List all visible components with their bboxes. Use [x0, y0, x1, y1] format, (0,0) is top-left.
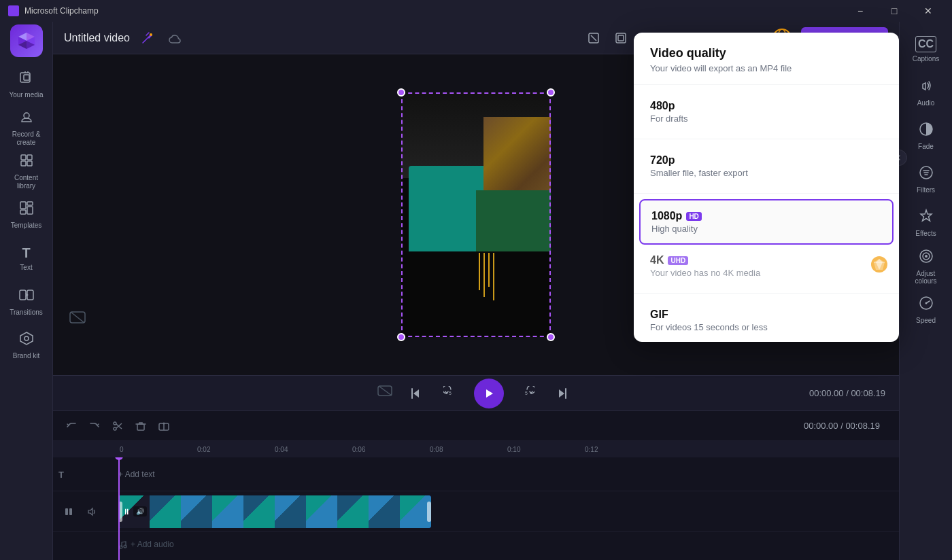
adjust-colours-icon — [919, 249, 934, 267]
audio-note-icon — [118, 540, 128, 549]
rs-item-filters[interactable]: Filters — [902, 158, 951, 201]
clip-pause-icon: ⏸ — [122, 507, 131, 517]
left-sidebar: Your media Record &create Contentlib — [0, 22, 53, 560]
timeline: 00:00.00 / 00:08.19 0 0:02 0:04 0:06 0:0… — [53, 410, 899, 560]
speed-icon — [919, 296, 934, 314]
svg-rect-15 — [27, 202, 33, 205]
crop-tool-button[interactable] — [581, 26, 606, 50]
text-track-label: T — [58, 469, 64, 479]
quality-option-720p[interactable]: 720p Smaller file, faster export — [634, 145, 899, 188]
svg-rect-8 — [24, 75, 29, 80]
svg-rect-0 — [10, 7, 18, 15]
video-frame — [401, 92, 551, 337]
skip-forward-button[interactable] — [550, 381, 575, 406]
sidebar-item-templates[interactable]: Templates — [2, 193, 51, 237]
svg-point-49 — [925, 255, 928, 258]
ruler-mark-0: 0 — [118, 446, 196, 453]
titlebar-left: Microsoft Clipchamp — [8, 5, 99, 16]
quality-desc-gif: For videos 15 seconds or less — [650, 322, 883, 332]
templates-icon — [19, 200, 34, 219]
uhd-badge: UHD — [668, 256, 688, 265]
svg-point-51 — [925, 302, 927, 304]
timeline-tracks: T + Add text — [53, 457, 899, 560]
delete-button[interactable] — [131, 416, 151, 436]
filters-icon — [919, 165, 934, 183]
svg-rect-13 — [27, 161, 32, 166]
rs-label-captions: Captions — [913, 55, 939, 63]
cut-button[interactable] — [107, 416, 128, 436]
quality-option-480p[interactable]: 480p For drafts — [634, 90, 899, 133]
maximize-button[interactable]: □ — [879, 0, 910, 22]
resize-handle-tr[interactable] — [547, 88, 555, 97]
skip-back-button[interactable] — [403, 381, 428, 406]
quality-divider-1 — [634, 84, 899, 85]
resize-handle-tl[interactable] — [397, 88, 405, 97]
text-icon: T — [22, 245, 30, 261]
svg-rect-41 — [65, 508, 68, 515]
minimize-button[interactable]: − — [845, 0, 876, 22]
close-button[interactable]: ✕ — [913, 0, 944, 22]
svg-point-36 — [114, 422, 116, 425]
clip-drag-left[interactable] — [118, 502, 122, 522]
ruler-mark-1: 0:02 — [196, 446, 273, 453]
caption-off-button[interactable] — [69, 311, 86, 328]
clip-drag-right[interactable] — [427, 502, 431, 522]
brand-logo — [10, 24, 43, 57]
svg-rect-12 — [21, 161, 26, 166]
captions-off-playback-button[interactable] — [377, 385, 392, 401]
svg-line-32 — [379, 386, 392, 396]
svg-rect-42 — [69, 508, 72, 515]
video-clip[interactable]: ⏸ 🔊 — [118, 495, 431, 528]
ruler-mark-2: 0:04 — [273, 446, 351, 453]
rs-item-speed[interactable]: Speed — [902, 288, 951, 332]
timeline-ruler: 0 0:02 0:04 0:06 0:08 0:10 0:12 — [53, 441, 899, 457]
rs-item-captions[interactable]: CC Captions — [902, 27, 951, 71]
quality-divider-3 — [634, 193, 899, 194]
quality-title: Video quality — [650, 46, 883, 60]
rs-item-adjust-colours[interactable]: Adjustcolours — [902, 245, 951, 288]
svg-point-20 — [24, 336, 29, 340]
record-icon — [19, 109, 34, 128]
rs-item-effects[interactable]: Effects — [902, 201, 951, 245]
add-text-button[interactable]: + Add text — [118, 470, 155, 479]
ruler-mark-3: 0:06 — [351, 446, 428, 453]
resize-handle-bl[interactable] — [397, 333, 405, 341]
ruler-mark-6: 0:12 — [583, 446, 661, 453]
split-button[interactable] — [154, 416, 174, 436]
fade-icon — [919, 122, 934, 140]
rs-label-fade: Fade — [918, 143, 934, 150]
play-button[interactable] — [474, 379, 504, 408]
rs-label-effects: Effects — [915, 230, 936, 237]
video-track-sound-button[interactable] — [82, 502, 102, 522]
forward-5s-button[interactable]: 5 — [515, 381, 539, 406]
rewind-5s-button[interactable]: 5 — [439, 381, 463, 406]
titlebar: Microsoft Clipchamp − □ ✕ — [0, 0, 952, 22]
svg-point-21 — [150, 33, 152, 36]
sidebar-item-content-library[interactable]: Contentlibrary — [2, 150, 51, 193]
rs-item-audio[interactable]: Audio — [902, 71, 951, 114]
quality-desc-480p: For drafts — [650, 113, 883, 124]
premium-diamond-icon — [870, 256, 888, 277]
audio-icon — [919, 78, 934, 97]
sidebar-item-record-create[interactable]: Record &create — [2, 106, 51, 150]
project-title[interactable]: Untitled video — [64, 32, 130, 44]
undo-button[interactable] — [61, 416, 82, 436]
video-track-pause-button[interactable] — [58, 502, 79, 522]
svg-rect-16 — [27, 207, 33, 214]
sidebar-item-brand-kit[interactable]: Brand kit — [2, 323, 51, 367]
quality-option-gif[interactable]: GIF For videos 15 seconds or less — [634, 299, 899, 342]
quality-option-4k[interactable]: 4K UHD Your video has no 4K media — [634, 245, 899, 287]
magic-wand-icon — [141, 31, 154, 45]
quality-option-1080p[interactable]: 1080p HD High quality — [639, 199, 894, 245]
audio-track-row[interactable]: + Add audio — [53, 532, 899, 557]
svg-rect-7 — [20, 73, 30, 82]
sidebar-item-text[interactable]: T Text — [2, 237, 51, 280]
sidebar-label-content-library: Contentlibrary — [14, 174, 38, 190]
sidebar-item-transitions[interactable]: Transitions — [2, 280, 51, 323]
resize-handle-br[interactable] — [547, 333, 555, 341]
frame-tool-button[interactable] — [609, 26, 633, 50]
sidebar-item-your-media[interactable]: Your media — [2, 63, 51, 106]
redo-button[interactable] — [84, 416, 105, 436]
sidebar-label-text: Text — [20, 264, 32, 272]
rs-item-fade[interactable]: Fade — [902, 114, 951, 158]
